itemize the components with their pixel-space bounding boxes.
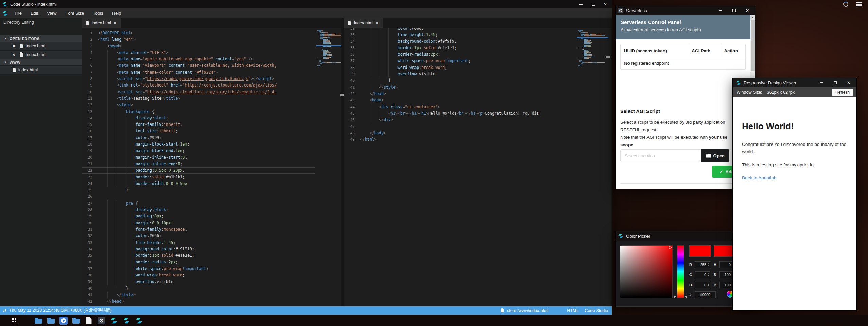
code-line[interactable]: } [360,77,575,84]
sidebar-item-index.html[interactable]: ✕index.html [0,51,82,59]
close-icon[interactable]: ✕ [12,44,20,49]
code-line[interactable]: font-size:inherit; [98,128,315,134]
code-line[interactable]: <link rel="stylesheet" href="https://cdn… [98,82,315,89]
code-line[interactable]: line-height:1.45; [360,32,575,38]
menu-file[interactable]: File [10,8,26,18]
close-button[interactable]: ✕ [599,0,612,8]
code-line[interactable]: pre { [98,200,315,207]
code-line[interactable] [98,193,315,200]
menu-font-size[interactable]: Font Size [61,8,88,18]
minimap[interactable] [316,28,341,306]
code-line[interactable]: display:block; [98,207,315,213]
code-line[interactable]: overflow:visible [98,279,315,285]
code-line[interactable]: margin-block-start:1em; [98,141,315,148]
code-line[interactable]: </style> [360,84,575,91]
menu-tools[interactable]: Tools [88,8,107,18]
close-button[interactable]: ✕ [741,6,754,15]
code-line[interactable]: font-family:monospace; [98,226,315,233]
g-value-input[interactable]: 0▲▼ [695,271,710,278]
script-location-input[interactable] [620,149,701,162]
taskbar-folder-icon[interactable] [47,316,55,325]
code-line[interactable]: word-wrap:break-word; [98,272,315,279]
taskbar-app-launcher-icon[interactable] [10,316,19,325]
code-line[interactable]: </div> [360,117,575,123]
back-to-aprintlab-link[interactable]: Back to Aprintlab [742,175,776,180]
code-line[interactable]: white-space:pre-wrap!important; [98,266,315,272]
code-line[interactable]: <body> [360,97,575,103]
open-button[interactable]: Open [701,149,729,162]
sidebar-section-www[interactable]: ▼WWW [0,59,82,65]
hue-slider[interactable] [677,245,684,298]
taskbar-code-studio-icon[interactable] [109,316,118,325]
sidebar-section-open-editors[interactable]: ▼OPEN EDITORS [0,35,82,42]
sidebar-item-index.html[interactable]: ✕index.html [0,42,82,50]
code-line[interactable]: </style> [98,292,315,298]
close-icon[interactable]: ✕ [12,53,20,57]
status-filepath[interactable]: store:/www/index.html [507,308,548,313]
maximize-button[interactable] [727,6,741,15]
code-line[interactable]: } [98,285,315,292]
code-line[interactable]: <html lang="en"> [98,36,315,43]
code-line[interactable]: <meta name="viewport" content="user-scal… [98,62,315,69]
tab-index-html[interactable]: index.html ✕ [344,18,383,28]
code-line[interactable]: color:#666; [98,233,315,239]
code-line[interactable] [360,123,575,130]
maximize-button[interactable] [828,78,842,87]
code-line[interactable]: </html> [360,136,575,143]
menu-edit[interactable]: Edit [26,8,42,18]
taskbar-folder-icon[interactable] [72,316,81,325]
code-line[interactable]: margin:0 0 10px; [98,220,315,226]
restore-button[interactable] [587,0,599,8]
code-line[interactable]: margin-block-end:1em; [98,148,315,154]
code-line[interactable]: padding:8px; [98,213,315,219]
title-bar[interactable]: Responsive Design Viewer ✕ [733,78,856,87]
saturation-value-field[interactable] [620,245,673,298]
b-value-input[interactable]: 0▲▼ [695,282,710,288]
scroll-up-icon[interactable]: ▲ [750,15,755,20]
code-content[interactable]: color:#666; line-height:1.45; background… [360,28,575,306]
color-wheel-icon[interactable] [727,291,733,298]
title-bar[interactable]: Code Studio - index.html ✕ [0,0,612,8]
scrollbar-thumb[interactable] [340,94,344,96]
code-line[interactable]: <meta name="apple-mobile-web-app-capable… [98,56,315,62]
menu-help[interactable]: Help [108,8,126,18]
code-line[interactable]: border-radius:2px; [98,259,315,265]
code-line[interactable]: margin-inline-start:0; [98,154,315,161]
code-line[interactable]: white-space:pre-wrap!important; [360,58,575,64]
code-line[interactable]: color:#666; [360,28,575,32]
scrollbar-thumb[interactable] [751,20,755,71]
code-line[interactable]: <style> [98,102,315,108]
stepper-icon[interactable]: ▲▼ [707,273,710,276]
code-line[interactable]: display:block; [98,115,315,121]
minimize-button[interactable] [575,0,587,8]
menu-view[interactable]: View [42,8,61,18]
minimize-button[interactable] [815,78,828,87]
code-editor[interactable]: 323334353637383940414243444546474849 col… [344,28,611,306]
code-line[interactable]: } [98,187,315,193]
taskbar-folder-icon[interactable] [34,316,43,325]
title-bar[interactable]: ∅ Serverless ✕ [616,6,755,15]
hue-arrow-icon[interactable] [674,295,676,298]
code-line[interactable]: <title>Testing Site</title> [98,95,315,102]
code-line[interactable]: <script src="https://code.jquery.com/jqu… [98,76,315,82]
code-line[interactable]: line-height:1.45; [98,239,315,246]
code-line[interactable]: color:#999; [98,135,315,141]
taskbar-media-app-icon[interactable] [59,316,68,325]
code-line[interactable]: margin-inline-end:0; [98,161,315,167]
code-line[interactable]: </head> [360,91,575,97]
tab-close-icon[interactable]: ✕ [113,21,117,25]
code-line[interactable]: border:solid #b1b1b1; [98,174,315,180]
taskbar-code-studio-icon[interactable] [135,316,143,325]
code-line[interactable]: background-color:#f9f9f9; [98,246,315,252]
close-button[interactable]: ✕ [842,78,855,87]
sv-marker[interactable] [669,246,672,249]
refresh-button[interactable]: Refresh [832,89,853,96]
code-line[interactable]: <div class="ui container"> [360,104,575,110]
code-line[interactable]: </head> [98,298,315,305]
code-line[interactable]: border:1px solid #e1e1e1; [360,45,575,51]
taskbar-code-studio-icon[interactable] [122,316,131,325]
sync-icon[interactable]: ⇄ [3,308,6,313]
code-line[interactable]: border:1px solid #e1e1e1; [98,252,315,259]
r-value-input[interactable]: 255▲▼ [695,261,710,268]
code-line[interactable]: blockquote { [98,109,315,115]
